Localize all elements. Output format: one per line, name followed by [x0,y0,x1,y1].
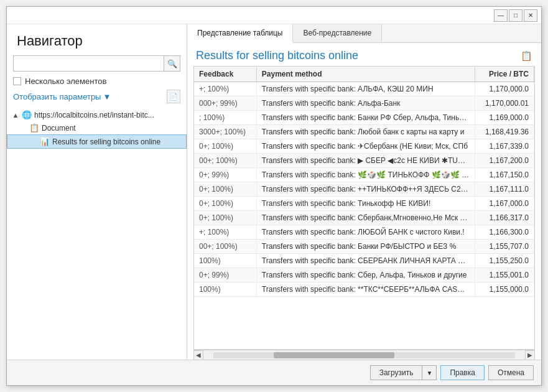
table-title-bar: Results for selling bitcoins online 📋 [187,43,541,66]
cell-feedback: 0+; 100%) [194,182,256,197]
cell-feedback: 00+; 100%) [194,240,256,254]
display-params-button[interactable]: Отобразить параметры ▼ [13,92,111,101]
table-row[interactable]: 0+; 100%)Transfers with specific bank: Т… [194,197,534,211]
cancel-button[interactable]: Отмена [488,365,534,380]
tree-item-document[interactable]: 📋 Document [7,121,187,134]
search-button[interactable]: 🔍 [164,56,180,71]
scroll-thumb[interactable] [274,352,394,358]
cell-feedback: +; 100%) [194,82,256,96]
table-row[interactable]: 00+; 100%)Transfers with specific bank: … [194,154,534,168]
tree-item-results[interactable]: 📊 Results for selling bitcoins online [7,134,187,149]
table-row[interactable]: 0+; 99%)Transfers with specific bank: Сб… [194,268,534,282]
cell-payment: Transfers with specific bank: ++ТИНЬКОФФ… [256,182,475,197]
load-button-group: Загрузить ▼ [370,365,437,380]
display-params-label: Отобразить параметры [13,92,101,101]
tree-item-root[interactable]: ▲ 🌐 https://localbitcoins.net/instant-bi… [7,108,187,121]
panel-title: Навигатор [7,24,187,55]
tree-toggle: ▲ [12,111,19,119]
cell-price: 1,167,200.0 [475,154,534,168]
close-button[interactable]: ✕ [524,9,537,22]
minimize-button[interactable]: — [494,9,508,22]
horizontal-scrollbar[interactable]: ◀ ▶ [193,350,535,360]
cell-feedback: 00+; 100%) [194,154,256,168]
page-icon: 📄 [169,93,178,101]
footer: Загрузить ▼ Правка Отмена [7,360,541,385]
scroll-right-button[interactable]: ▶ [525,350,535,360]
multiple-items-checkbox[interactable] [13,77,21,85]
table-row[interactable]: 100%)Transfers with specific bank: СБЕРБ… [194,254,534,268]
cell-payment: Transfers with specific bank: ▶ СБЕР ◀с2… [256,154,475,168]
table-row[interactable]: 000+; 99%)Transfers with specific bank: … [194,96,534,111]
data-table: FeedbackPayment methodPrice / BTC +; 100… [194,67,534,297]
search-box: 🔍 [13,55,180,72]
cell-payment: Transfers with specific bank: Тинькофф Н… [256,197,475,211]
cell-feedback: +; 100%) [194,225,256,240]
scroll-left-button[interactable]: ◀ [193,350,203,360]
cell-feedback: 0+; 99%) [194,268,256,282]
cell-payment: Transfers with specific bank: ✈Сбербанк … [256,139,475,154]
tree-icon: 🌐 [22,110,32,119]
chevron-down-icon: ▼ [103,92,111,101]
cell-price: 1,170,000.0 [475,82,534,96]
cell-feedback: 100%) [194,254,256,268]
cell-price: 1,169,000.0 [475,111,534,125]
cell-payment: Transfers with specific bank: СБЕРБАНК Л… [256,254,475,268]
load-button[interactable]: Загрузить [370,365,422,380]
data-table-wrapper[interactable]: FeedbackPayment methodPrice / BTC +; 100… [193,66,535,350]
multiple-items-label: Несколько элементов [25,77,106,86]
multiple-items-row: Несколько элементов [7,77,187,90]
cell-feedback: 0+; 100%) [194,211,256,225]
cell-price: 1,155,000.0 [475,282,534,297]
maximize-button[interactable]: □ [509,9,522,22]
content-area: Навигатор 🔍 Несколько элементов Отобрази… [7,24,541,360]
cell-payment: Transfers with specific bank: Банки РФ С… [256,111,475,125]
cell-feedback: 000+; 99%) [194,96,256,111]
cell-price: 1,167,150.0 [475,168,534,182]
cell-payment: Transfers with specific bank: Банки РФ/Б… [256,240,475,254]
search-input[interactable] [14,57,164,70]
cell-price: 1,170,000.01 [475,96,534,111]
table-row[interactable]: 3000+; 100%)Transfers with specific bank… [194,125,534,139]
cell-payment: Transfers with specific bank: **ТКС**СБЕ… [256,282,475,297]
cell-price: 1,167,339.0 [475,139,534,154]
title-bar: — □ ✕ [7,7,541,24]
table-row[interactable]: 0+; 100%)Transfers with specific bank: С… [194,211,534,225]
tab-web-view[interactable]: Веб-представление [293,24,382,42]
table-row[interactable]: 0+; 99%)Transfers with specific bank: 🌿🎲… [194,168,534,182]
cell-payment: Transfers with specific bank: Альфа-Банк [256,96,475,111]
scroll-track[interactable] [213,352,515,358]
left-panel: Навигатор 🔍 Несколько элементов Отобрази… [7,24,187,360]
nav-action-button[interactable]: 📄 [167,90,180,103]
cell-payment: Transfers with specific bank: ЛЮБОЙ БАНК… [256,225,475,240]
tree-label: Document [42,124,76,133]
tab-table-view[interactable]: Представление таблицы [187,24,293,43]
tree-label: Results for selling bitcoins online [52,138,160,146]
table-row[interactable]: 0+; 100%)Transfers with specific bank: +… [194,182,534,197]
cell-price: 1,155,001.0 [475,268,534,282]
cell-price: 1,167,000.0 [475,197,534,211]
col-header-payment: Payment method [256,67,475,82]
window-controls: — □ ✕ [494,9,537,22]
table-row[interactable]: 00+; 100%)Transfers with specific bank: … [194,240,534,254]
table-row[interactable]: 0+; 100%)Transfers with specific bank: ✈… [194,139,534,154]
export-button[interactable]: 📋 [521,50,532,62]
cell-price: 1,155,707.0 [475,240,534,254]
table-row[interactable]: ; 100%)Transfers with specific bank: Бан… [194,111,534,125]
table-row[interactable]: +; 100%)Transfers with specific bank: АЛ… [194,82,534,96]
tabs-bar: Представление таблицыВеб-представление [187,24,541,43]
table-row[interactable]: 100%)Transfers with specific bank: **ТКС… [194,282,534,297]
tree-icon: 📋 [29,123,39,133]
col-header-feedback: Feedback [194,67,256,82]
load-dropdown-button[interactable]: ▼ [422,365,437,380]
cell-feedback: 3000+; 100%) [194,125,256,139]
cell-price: 1,166,317.0 [475,211,534,225]
cell-price: 1,168,419.36 [475,125,534,139]
cell-payment: Transfers with specific bank: Любой банк… [256,125,475,139]
tree-label: https://localbitcoins.net/instant-bitc..… [34,111,154,119]
cell-feedback: 100%) [194,282,256,297]
cell-feedback: ; 100%) [194,111,256,125]
tree-area: ▲ 🌐 https://localbitcoins.net/instant-bi… [7,108,187,360]
edit-button[interactable]: Правка [440,365,485,380]
table-row[interactable]: +; 100%)Transfers with specific bank: ЛЮ… [194,225,534,240]
cell-price: 1,167,111.0 [475,182,534,197]
